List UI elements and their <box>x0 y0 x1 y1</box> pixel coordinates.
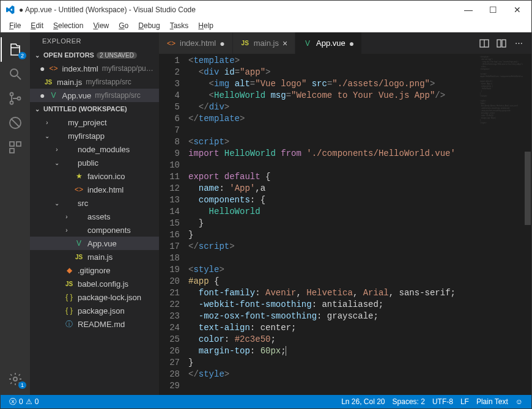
file-path-hint: myfirstapp/src <box>95 91 141 100</box>
tree-item[interactable]: V App.vue <box>30 237 159 250</box>
scrollbar-thumb[interactable] <box>525 152 531 225</box>
chevron-icon: ⌄ <box>43 133 51 139</box>
star-icon: ★ <box>74 171 84 181</box>
layout-icon[interactable] <box>496 38 507 49</box>
info-icon: ⓘ <box>64 319 74 329</box>
vertical-scrollbar[interactable] <box>524 54 531 395</box>
chevron-icon: › <box>43 119 51 126</box>
close-button[interactable]: ✕ <box>509 4 525 16</box>
status-cursor-pos[interactable]: Ln 26, Col 20 <box>338 397 388 406</box>
menu-debug[interactable]: Debug <box>133 20 164 31</box>
js-icon: JS <box>43 77 53 87</box>
svg-point-2 <box>10 93 13 96</box>
tree-item[interactable]: JS main.js <box>30 250 159 263</box>
open-editor-item[interactable]: ● V App.vue myfirstapp/src <box>30 89 159 102</box>
chevron-down-icon: ⌄ <box>34 52 41 59</box>
status-eol[interactable]: LF <box>457 397 473 406</box>
code-area[interactable]: 1234567891011121314151617181920212223242… <box>159 54 531 395</box>
svg-point-4 <box>18 97 21 100</box>
tree-item[interactable]: ⌄ myfirstapp <box>30 129 159 142</box>
activity-explorer-icon[interactable]: 2 <box>1 37 30 62</box>
tree-item-label: node_modules <box>78 145 130 154</box>
dirty-dot-icon: ● <box>40 90 45 100</box>
tree-item-label: App.vue <box>87 239 117 248</box>
activity-debug-icon[interactable] <box>1 111 30 135</box>
activity-scm-icon[interactable] <box>1 86 30 111</box>
split-editor-icon[interactable] <box>479 38 490 49</box>
editor-tab[interactable]: V App.vue ● <box>295 32 362 54</box>
status-spaces[interactable]: Spaces: 2 <box>389 397 429 406</box>
tree-item-label: assets <box>87 212 111 221</box>
more-icon[interactable]: ⋯ <box>513 38 524 49</box>
tree-item[interactable]: ★ favicon.ico <box>30 169 159 183</box>
menu-help[interactable]: Help <box>193 20 218 31</box>
file-name: index.html <box>62 64 98 73</box>
chevron-icon: › <box>53 146 61 153</box>
tree-item[interactable]: › node_modules <box>30 142 159 156</box>
menu-edit[interactable]: Edit <box>26 20 48 31</box>
svg-rect-14 <box>502 40 506 47</box>
js-icon: JS <box>74 252 84 262</box>
svg-line-1 <box>17 76 21 79</box>
tree-item[interactable]: ⓘ README.md <box>30 317 159 331</box>
menu-selection[interactable]: Selection <box>48 20 88 31</box>
vscode-logo-icon <box>6 5 15 15</box>
tree-item-label: package-lock.json <box>78 293 141 302</box>
tree-item[interactable]: › components <box>30 223 159 237</box>
html-icon: <> <box>74 185 84 194</box>
activity-search-icon[interactable] <box>1 62 30 86</box>
tree-item-label: components <box>87 226 131 235</box>
tree-item-label: .gitignore <box>78 266 110 275</box>
tree-item-label: README.md <box>78 320 125 329</box>
json-icon: { } <box>64 306 74 315</box>
svg-rect-7 <box>10 142 14 146</box>
tree-item[interactable]: { } package.json <box>30 304 159 317</box>
status-feedback-icon[interactable]: ☺ <box>512 397 526 406</box>
error-icon: ⓧ <box>9 397 17 407</box>
minimize-button[interactable]: — <box>460 4 476 16</box>
editor-tab[interactable]: <> index.html ● <box>159 32 233 54</box>
tree-item-label: src <box>78 199 88 208</box>
html-icon: <> <box>166 39 176 48</box>
activity-extensions-icon[interactable] <box>1 135 30 160</box>
editor-tab[interactable]: JS main.js × <box>233 32 295 54</box>
open-editor-item[interactable]: JS main.js myfirstapp/src <box>30 75 159 89</box>
svg-point-10 <box>13 377 17 381</box>
explorer-badge: 2 <box>18 52 26 59</box>
tree-item-label: main.js <box>87 252 113 262</box>
tree-item-label: public <box>78 158 98 168</box>
line-numbers: 1234567891011121314151617181920212223242… <box>159 54 188 395</box>
workspace-label: UNTITLED (WORKSPACE) <box>43 105 127 112</box>
tab-label: index.html <box>180 39 216 48</box>
workspace-header[interactable]: ⌄ UNTITLED (WORKSPACE) <box>30 102 159 116</box>
menu-file[interactable]: File <box>4 20 26 31</box>
chevron-icon: › <box>63 213 70 220</box>
menu-go[interactable]: Go <box>114 20 133 31</box>
svg-point-0 <box>10 69 18 76</box>
minimap[interactable]: <template> <div id="app"> <img alt="Vue … <box>480 56 523 129</box>
menu-bar: FileEditSelectionViewGoDebugTasksHelp <box>1 19 531 32</box>
tree-item[interactable]: { } package-lock.json <box>30 290 159 304</box>
maximize-button[interactable]: ☐ <box>485 4 501 16</box>
menu-view[interactable]: View <box>88 20 114 31</box>
html-icon: <> <box>48 64 58 73</box>
open-editors-label: OPEN EDITORS <box>43 51 94 59</box>
tree-item[interactable]: ⌄ src <box>30 196 159 210</box>
open-editors-header[interactable]: ⌄ OPEN EDITORS 2 UNSAVED <box>30 48 159 62</box>
tree-item[interactable]: JS babel.config.js <box>30 277 159 290</box>
status-problems[interactable]: ⓧ0 ⚠0 <box>6 397 42 407</box>
tree-item-label: my_project <box>68 118 107 127</box>
status-language[interactable]: Plain Text <box>473 397 512 406</box>
tree-item[interactable]: ⌄ public <box>30 156 159 169</box>
tree-item[interactable]: ◆ .gitignore <box>30 263 159 277</box>
tree-item[interactable]: › my_project <box>30 116 159 129</box>
window-title: ● App.vue - Untitled (Workspace) - Visua… <box>19 6 460 14</box>
activity-settings-icon[interactable]: 1 <box>1 367 30 391</box>
tree-item[interactable]: › assets <box>30 210 159 223</box>
menu-tasks[interactable]: Tasks <box>165 20 194 31</box>
tab-dirty-dot: × <box>283 39 287 48</box>
open-editor-item[interactable]: ● <> index.html myfirstapp/pu… <box>30 62 159 75</box>
tree-item[interactable]: <> index.html <box>30 183 159 196</box>
svg-point-3 <box>10 101 13 105</box>
status-encoding[interactable]: UTF-8 <box>429 397 457 406</box>
